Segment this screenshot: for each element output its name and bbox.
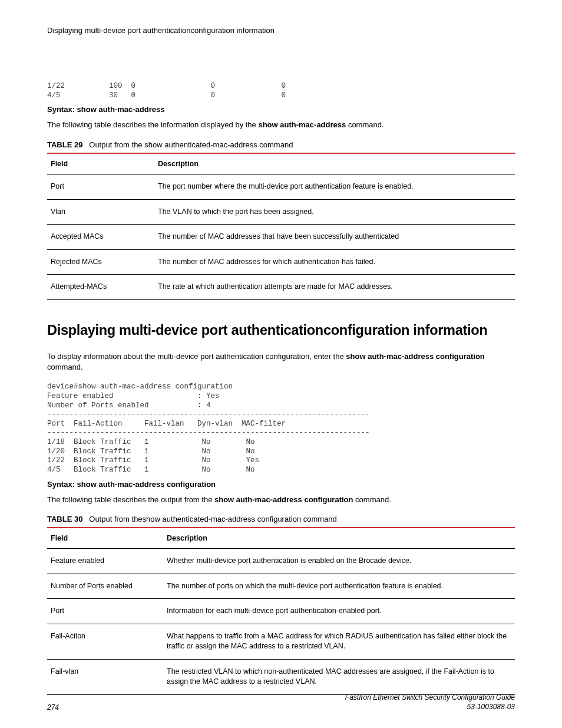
cell-desc: The port number where the multi-device p… xyxy=(154,174,515,200)
cell-field: Attempted-MACs xyxy=(47,275,154,300)
table-row: Fail-Action What happens to traffic from… xyxy=(47,624,515,659)
section-heading: Displaying multi-device port authenticat… xyxy=(47,322,515,338)
table-29-header-desc: Description xyxy=(154,153,515,174)
table-29-caption: TABLE 29 Output from the show authentica… xyxy=(47,140,515,149)
running-header: Displaying multi-device port authenticat… xyxy=(47,26,515,35)
page-number: 274 xyxy=(47,703,59,711)
table-row: Accepted MACs The number of MAC addresse… xyxy=(47,225,515,250)
cell-field: Fail-Action xyxy=(47,624,163,659)
table-30-caption: TABLE 30 Output from theshow authenticat… xyxy=(47,515,515,523)
cell-field: Rejected MACs xyxy=(47,249,154,275)
table-30-number: TABLE 30 xyxy=(47,515,82,523)
para-2-bold: show auth-mac-address configuration xyxy=(346,352,484,361)
cell-field: Port xyxy=(47,599,163,624)
syntax-cmd: show auth-mac-address configuration xyxy=(77,480,216,489)
footer-doc-title: FastIron Ethernet Switch Security Config… xyxy=(345,693,515,702)
cli-output-1: 1/22 100 0 0 0 4/5 30 0 0 0 xyxy=(47,82,515,100)
cell-desc: Information for each multi-device port a… xyxy=(163,599,515,624)
paragraph-3: The following table describes the output… xyxy=(47,495,515,506)
table-row: Rejected MACs The number of MAC addresse… xyxy=(47,249,515,275)
syntax-prefix: Syntax: xyxy=(47,105,77,114)
table-row: Number of Ports enabled The number of po… xyxy=(47,574,515,599)
cli-output-2: device#show auth-mac-address configurati… xyxy=(47,383,515,475)
para-3-before: The following table describes the output… xyxy=(47,495,214,504)
cell-desc: Whether multi-device port authentication… xyxy=(163,549,515,574)
para-1-after: command. xyxy=(346,120,384,129)
syntax-cmd: show auth-mac-address xyxy=(77,105,165,114)
cell-field: Feature enabled xyxy=(47,549,163,574)
cell-desc: The number of ports on which the multi-d… xyxy=(163,574,515,599)
paragraph-1: The following table describes the inform… xyxy=(47,120,515,131)
table-30: Field Description Feature enabled Whethe… xyxy=(47,527,515,695)
cell-desc: The number of MAC addresses that have be… xyxy=(154,225,515,250)
cell-desc: The VLAN to which the port has been assi… xyxy=(154,199,515,225)
cell-field: Number of Ports enabled xyxy=(47,574,163,599)
para-3-bold: show auth-mac-address configuration xyxy=(214,495,353,504)
paragraph-2: To display information about the multi-d… xyxy=(47,351,515,374)
table-29-number: TABLE 29 xyxy=(47,140,82,149)
cell-desc: The rate at which authentication attempt… xyxy=(154,275,515,300)
syntax-prefix: Syntax: xyxy=(47,480,77,489)
para-2-before: To display information about the multi-d… xyxy=(47,352,346,361)
cell-field: Port xyxy=(47,174,154,200)
table-row: Port Information for each multi-device p… xyxy=(47,599,515,624)
cell-field: Accepted MACs xyxy=(47,225,154,250)
cell-field: Fail-vlan xyxy=(47,659,163,694)
table-row: Port The port number where the multi-dev… xyxy=(47,174,515,200)
para-2-after: command. xyxy=(47,363,83,371)
syntax-line-2: Syntax: show auth-mac-address configurat… xyxy=(47,480,515,489)
cell-desc: The restricted VLAN to which non-authent… xyxy=(163,659,515,694)
table-30-header-desc: Description xyxy=(163,528,515,549)
table-29-title: Output from the show authenticated-mac-a… xyxy=(89,140,293,149)
table-row: Feature enabled Whether multi-device por… xyxy=(47,549,515,574)
cell-desc: What happens to traffic from a MAC addre… xyxy=(163,624,515,659)
page-footer: 274 FastIron Ethernet Switch Security Co… xyxy=(47,693,515,711)
para-1-before: The following table describes the inform… xyxy=(47,120,258,129)
table-30-header-field: Field xyxy=(47,528,163,549)
table-30-title: Output from theshow authenticated-mac-ad… xyxy=(89,515,337,523)
table-29: Field Description Port The port number w… xyxy=(47,153,515,300)
table-row: Fail-vlan The restricted VLAN to which n… xyxy=(47,659,515,694)
syntax-line-1: Syntax: show auth-mac-address xyxy=(47,105,515,114)
table-row: Vlan The VLAN to which the port has been… xyxy=(47,199,515,225)
cell-desc: The number of MAC addresses for which au… xyxy=(154,249,515,275)
para-1-bold: show auth-mac-address xyxy=(258,120,346,129)
footer-doc-id: 53-1003088-03 xyxy=(345,702,515,711)
table-29-header-field: Field xyxy=(47,153,154,174)
table-row: Attempted-MACs The rate at which authent… xyxy=(47,275,515,300)
cell-field: Vlan xyxy=(47,199,154,225)
para-3-after: command. xyxy=(353,495,391,504)
footer-doc-info: FastIron Ethernet Switch Security Config… xyxy=(345,693,515,711)
